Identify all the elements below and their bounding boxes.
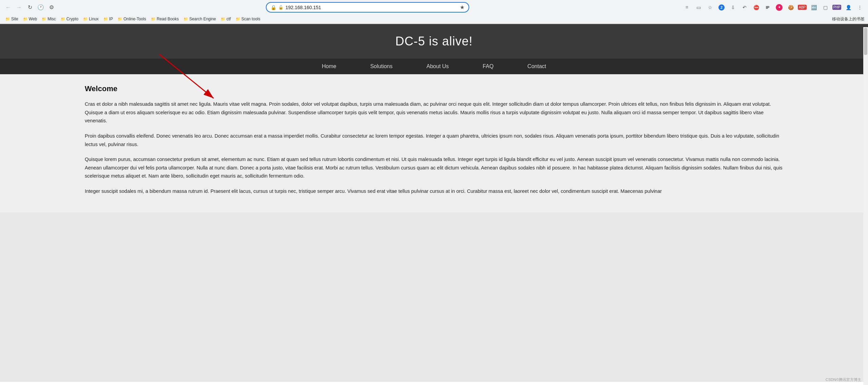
csdn-watermark: CSDN©腾讯官方博主 xyxy=(826,377,861,382)
hamburger-icon: ⋮ xyxy=(857,5,862,10)
welcome-title: Welcome xyxy=(85,84,783,93)
scrollbar-thumb[interactable] xyxy=(864,28,867,55)
nav-about-us[interactable]: About Us xyxy=(410,59,466,74)
bookmarks-bar: 📁 Site 📁 Web 📁 Misc 📁 Crypto 📁 Linux 📁 xyxy=(0,15,868,24)
bookmark-search-engine[interactable]: 📁 Search Engine xyxy=(181,16,218,22)
translate-icon: ▭ xyxy=(696,5,701,10)
bookmark-ctf[interactable]: 📁 ctf xyxy=(219,16,233,22)
favorites-star-button[interactable]: ☆ xyxy=(705,3,715,12)
bookmark-label: Linux xyxy=(89,17,99,21)
bookmark-folder-icon: 📁 xyxy=(83,17,88,21)
bookmark-folder-icon: 📁 xyxy=(151,17,156,21)
url-input[interactable] xyxy=(285,5,458,10)
settings-button[interactable]: ⚙ xyxy=(47,3,56,12)
bookmark-label: Online-Tools xyxy=(123,17,146,21)
bookmark-label: Site xyxy=(11,17,18,21)
back-nav-button[interactable]: ↶ xyxy=(740,3,749,12)
ext1-icon: ✦ xyxy=(776,4,783,11)
bookmark-label: ctf xyxy=(226,17,231,21)
bookmark-folder-icon: 📁 xyxy=(118,17,122,21)
bookmark-folder-icon: 📁 xyxy=(236,17,240,21)
bookmark-folder-icon: 📁 xyxy=(183,17,188,21)
php-icon: PHP xyxy=(832,5,842,10)
bookmark-folder-icon: 📁 xyxy=(42,17,46,21)
qr-code-button[interactable]: ⌗ xyxy=(682,3,692,12)
menu-button[interactable]: ⋮ xyxy=(855,3,865,12)
mobile-bookmarks-label[interactable]: 移动设备上的书签 xyxy=(832,16,865,22)
bookmark-label: Read Books xyxy=(157,17,179,21)
bookmark-label: Crypto xyxy=(66,17,78,21)
cookie-button[interactable]: 🍪 xyxy=(786,3,795,12)
bookmark-folder-icon: 📁 xyxy=(61,17,65,21)
block-icon: ⛔ xyxy=(753,5,759,10)
site-nav: Home Solutions About Us FAQ Contact xyxy=(0,59,868,74)
extensions-button[interactable]: 2 xyxy=(717,3,726,12)
back-button[interactable]: ← xyxy=(3,3,13,12)
profile-icon: 👤 xyxy=(846,5,851,10)
address-bar[interactable]: 🔒 🔓 ★ xyxy=(266,2,469,13)
bookmark-scan-tools[interactable]: 📁 Scan tools xyxy=(234,16,262,22)
bookmark-folder-icon: 📁 xyxy=(5,17,10,21)
ip-button[interactable]: IP xyxy=(763,3,772,12)
bookmark-read-books[interactable]: 📁 Read Books xyxy=(149,16,181,22)
content-paragraph-4: Integer suscipit sodales mi, a bibendum … xyxy=(85,187,783,196)
site-header: DC-5 is alive! xyxy=(0,24,868,59)
bookmark-ip[interactable]: 📁 IP xyxy=(101,16,115,22)
bookmark-label: Scan tools xyxy=(241,17,260,21)
adblock-button[interactable]: ABP xyxy=(797,3,807,12)
bookmark-label: Web xyxy=(29,17,37,21)
nav-solutions[interactable]: Solutions xyxy=(353,59,410,74)
forward-button[interactable]: → xyxy=(14,3,24,12)
translate2-button[interactable]: 🔤 xyxy=(809,3,818,12)
content-paragraph-3: Quisque lorem purus, accumsan consectetu… xyxy=(85,155,783,180)
undo-icon: ↶ xyxy=(743,5,747,10)
bookmark-linux[interactable]: 📁 Linux xyxy=(81,16,101,22)
bookmark-misc[interactable]: 📁 Misc xyxy=(40,16,58,22)
content-paragraph-2: Proin dapibus convallis eleifend. Donec … xyxy=(85,132,783,148)
bookmark-web[interactable]: 📁 Web xyxy=(21,16,39,22)
bookmark-label: IP xyxy=(109,17,113,21)
site-title: DC-5 is alive! xyxy=(7,34,861,48)
qr-icon: ⌗ xyxy=(686,4,688,10)
block-button[interactable]: ⛔ xyxy=(751,3,761,12)
cookie-icon: 🍪 xyxy=(788,5,794,10)
star-icon: ☆ xyxy=(708,5,712,10)
history-button[interactable]: 🕐 xyxy=(36,3,45,12)
bookmark-star-icon[interactable]: ★ xyxy=(460,4,465,11)
nav-contact[interactable]: Contact xyxy=(511,59,563,74)
lock-icon: 🔓 xyxy=(278,5,283,10)
ext2-icon: ▢ xyxy=(823,5,828,10)
bookmark-folder-icon: 📁 xyxy=(103,17,108,21)
language-icon: 🔤 xyxy=(811,5,817,10)
bookmark-label: Search Engine xyxy=(189,17,216,21)
main-content: Welcome Cras et dolor a nibh malesuada s… xyxy=(0,74,868,212)
bookmark-folder-icon: 📁 xyxy=(23,17,28,21)
nav-faq[interactable]: FAQ xyxy=(466,59,511,74)
content-paragraph-1: Cras et dolor a nibh malesuada sagittis … xyxy=(85,100,783,125)
bookmark-crypto[interactable]: 📁 Crypto xyxy=(59,16,80,22)
badge-icon: 2 xyxy=(718,4,725,11)
download-icon: ⇩ xyxy=(731,5,735,10)
bookmark-site[interactable]: 📁 Site xyxy=(3,16,20,22)
download-button[interactable]: ⇩ xyxy=(728,3,738,12)
security-icon: 🔒 xyxy=(271,5,276,10)
page-content: DC-5 is alive! Home Solutions About Us F… xyxy=(0,24,868,382)
mobile-bookmarks-text: 移动设备上的书签 xyxy=(832,17,865,21)
bookmark-folder-icon: 📁 xyxy=(221,17,225,21)
reload-button[interactable]: ↻ xyxy=(25,3,35,12)
scrollbar[interactable] xyxy=(863,27,868,382)
ext1-button[interactable]: ✦ xyxy=(774,3,784,12)
bookmark-label: Misc xyxy=(47,17,56,21)
php-button[interactable]: PHP xyxy=(832,3,842,12)
translate-button[interactable]: ▭ xyxy=(694,3,703,12)
adblock-icon: ABP xyxy=(798,5,807,10)
ext2-button[interactable]: ▢ xyxy=(821,3,830,12)
profile-button[interactable]: 👤 xyxy=(844,3,853,12)
nav-home[interactable]: Home xyxy=(305,59,353,74)
bookmark-online-tools[interactable]: 📁 Online-Tools xyxy=(116,16,148,22)
